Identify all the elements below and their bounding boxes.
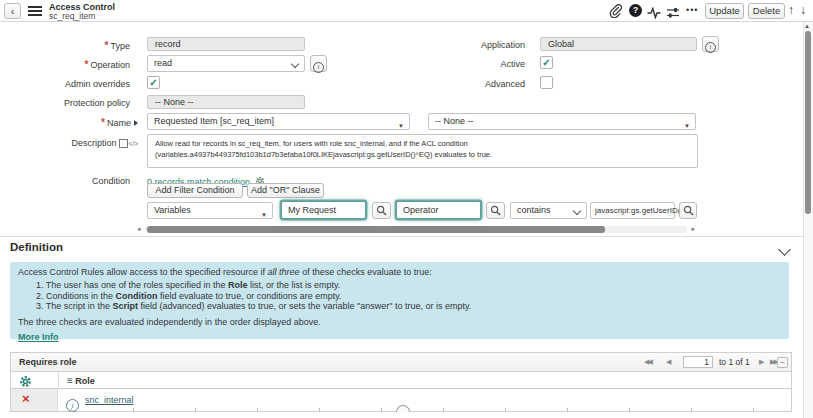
operator-search-button[interactable] [486,202,505,219]
operation-label: *Operation [0,59,130,70]
gear-icon [19,375,32,388]
page-range-text: to 1 of 1 [719,357,750,367]
definition-section-title: Definition [10,241,63,253]
scroll-left-icon[interactable]: ◂ [137,225,141,233]
chevron-down-icon [291,60,299,68]
search-icon [376,205,387,216]
back-button[interactable]: ‹ [4,3,21,19]
application-field: Global [540,37,697,51]
filter-field-select[interactable]: Variables▼ [147,202,273,219]
page-subtitle: sc_req_item [49,11,95,21]
definition-collapse-chevron-icon[interactable] [778,243,791,256]
role-record-link[interactable]: snc_internal [85,395,134,405]
up-arrow-icon[interactable]: ↑ [788,3,794,17]
info-intro: Access Control Rules allow access to the… [18,267,781,277]
name-field-select[interactable]: -- None --▼ [428,113,696,130]
delete-button[interactable]: Delete [748,3,785,19]
search-icon [490,205,501,216]
last-page-icon[interactable]: ▶▶ [770,358,777,366]
table-header-row: ≡ Role [11,372,791,389]
hamburger-menu-icon[interactable] [28,6,42,8]
value-search-button[interactable] [679,202,697,219]
page-number-input[interactable]: 1 [683,356,713,368]
operation-info-button[interactable]: i [310,55,327,72]
requires-role-title: Requires role [19,357,77,367]
acl-info-box: Access Control Rules allow access to the… [10,262,789,339]
info-check-item: 3. The script in the Script field (advan… [36,301,781,312]
scrollbar-thumb[interactable] [147,226,605,233]
advanced-checkbox[interactable] [540,76,553,89]
required-icon: * [105,40,109,51]
down-arrow-icon[interactable]: ↓ [800,3,806,17]
activity-pulse-icon[interactable] [647,5,663,21]
first-page-icon[interactable]: ◀◀ [644,358,651,366]
header-bar: ‹ Access Control sc_req_item ? ••• Updat… [0,0,813,22]
condition-horizontal-scrollbar[interactable]: ◂ ▸ [137,225,695,234]
add-filter-condition-button[interactable]: Add Filter Condition [147,183,243,198]
role-column-header[interactable]: ≡ Role [67,375,95,386]
update-button[interactable]: Update [705,3,744,19]
name-label: *Name [0,117,138,128]
help-icon[interactable]: ? [629,4,642,17]
type-label: *Type [0,40,130,51]
check-icon: ✓ [542,57,550,68]
admin-overrides-checkbox[interactable]: ✓ [147,76,160,89]
back-icon: ‹ [11,5,15,17]
type-field: record [147,37,305,51]
protection-policy-field: -- None -- [147,95,305,109]
prev-page-icon[interactable]: ◀ [666,358,671,366]
select-arrow-icon: ▼ [398,119,404,134]
section-divider [0,236,803,237]
select-arrow-icon: ▼ [261,208,267,223]
description-textarea[interactable]: Allow read for records in sc_req_item, f… [147,134,698,168]
application-label: Application [380,40,525,50]
info-icon: i [705,42,716,53]
protection-policy-label: Protection policy [0,98,130,108]
access-control-form-screen: ‹ Access Control sc_req_item ? ••• Updat… [0,0,813,418]
add-or-clause-button[interactable]: Add "OR" Clause [247,183,324,198]
active-label: Active [380,59,525,69]
filter-value-input[interactable]: javascript:gs.getUserID() [590,202,675,219]
next-page-icon[interactable]: ▶ [759,358,764,366]
scroll-up-icon[interactable]: ▲ [804,23,810,29]
filter-operator-select[interactable]: contains [510,202,587,219]
info-check-item: 1. The user has one of the roles specifi… [36,280,781,291]
filter-field-input[interactable]: My Request [281,201,366,219]
info-checks-list: 1. The user has one of the roles specifi… [36,280,781,312]
translate-icon[interactable] [119,139,128,148]
resize-handle[interactable] [396,405,410,412]
chevron-down-icon [573,207,581,215]
more-options-icon[interactable]: ••• [686,5,698,15]
scroll-right-icon[interactable]: ▸ [691,225,695,233]
requires-role-section: Requires role ◀◀ ◀ 1 to 1 of 1 ▶ ▶▶ − ≡ … [10,352,792,412]
admin-overrides-label: Admin overrides [0,79,130,89]
required-icon: * [101,117,105,128]
info-footer: The three checks are evaluated independe… [18,317,781,327]
select-arrow-icon: ▼ [684,119,690,134]
attachment-icon[interactable] [608,4,624,20]
info-check-item: 2. Conditions in the Condition field eva… [36,291,781,302]
collapse-list-icon[interactable]: − [777,357,788,368]
condition-label: Condition [0,176,130,186]
application-info-button[interactable]: i [702,36,719,52]
search-icon [683,205,694,216]
delete-row-icon[interactable]: × [22,391,30,407]
vertical-scrollbar-thumb[interactable] [805,31,811,214]
operation-select[interactable]: read [147,55,305,72]
advanced-label: Advanced [380,79,525,89]
sliders-icon[interactable] [666,5,682,21]
name-table-select[interactable]: Requested Item [sc_req_item]▼ [147,113,410,130]
code-icon[interactable]: </> [129,140,138,147]
description-label: Description</> [0,138,138,148]
active-checkbox[interactable]: ✓ [540,56,553,69]
info-icon: i [313,62,324,73]
check-icon: ✓ [149,77,157,88]
field-search-button[interactable] [372,202,391,219]
expand-arrow-icon[interactable] [134,120,138,126]
column-menu-icon[interactable]: ≡ [67,375,73,386]
filter-operator-input[interactable]: Operator [396,201,481,219]
requires-role-header: Requires role ◀◀ ◀ 1 to 1 of 1 ▶ ▶▶ − [11,353,791,372]
required-icon: * [85,59,89,70]
more-info-link[interactable]: More Info [18,332,59,342]
